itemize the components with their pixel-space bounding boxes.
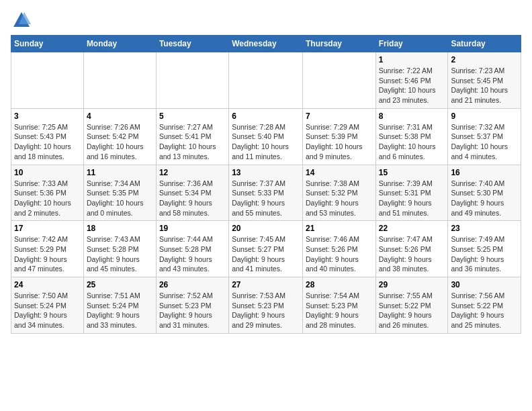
day-info: Sunrise: 7:46 AM Sunset: 5:26 PM Dayligh… xyxy=(306,234,373,274)
day-info: Sunrise: 7:47 AM Sunset: 5:26 PM Dayligh… xyxy=(379,234,445,274)
calendar-cell: 29Sunrise: 7:55 AM Sunset: 5:22 PM Dayli… xyxy=(375,277,448,334)
day-number: 15 xyxy=(379,168,445,177)
calendar-cell: 27Sunrise: 7:53 AM Sunset: 5:23 PM Dayli… xyxy=(229,277,303,334)
day-number: 5 xyxy=(159,111,226,121)
weekday-header: Tuesday xyxy=(156,36,228,52)
day-info: Sunrise: 7:49 AM Sunset: 5:25 PM Dayligh… xyxy=(451,234,518,274)
day-number: 27 xyxy=(232,280,300,289)
day-number: 7 xyxy=(306,111,373,121)
day-number: 26 xyxy=(159,280,226,289)
calendar-cell: 19Sunrise: 7:44 AM Sunset: 5:28 PM Dayli… xyxy=(156,221,228,277)
calendar-cell xyxy=(302,52,375,109)
calendar-week-row: 3Sunrise: 7:25 AM Sunset: 5:43 PM Daylig… xyxy=(11,108,521,165)
day-number: 11 xyxy=(87,168,153,177)
page-header xyxy=(11,11,521,30)
logo xyxy=(11,11,31,30)
day-number: 19 xyxy=(159,224,226,233)
day-info: Sunrise: 7:31 AM Sunset: 5:38 PM Dayligh… xyxy=(379,122,445,162)
calendar-cell: 5Sunrise: 7:27 AM Sunset: 5:41 PM Daylig… xyxy=(156,108,228,165)
day-number: 29 xyxy=(379,280,445,289)
day-info: Sunrise: 7:33 AM Sunset: 5:36 PM Dayligh… xyxy=(14,179,81,218)
calendar-cell: 7Sunrise: 7:29 AM Sunset: 5:39 PM Daylig… xyxy=(302,108,375,165)
day-number: 18 xyxy=(87,224,153,233)
calendar-cell: 1Sunrise: 7:22 AM Sunset: 5:46 PM Daylig… xyxy=(375,52,448,109)
day-number: 25 xyxy=(87,280,153,289)
calendar-table: SundayMondayTuesdayWednesdayThursdayFrid… xyxy=(11,35,521,334)
day-info: Sunrise: 7:44 AM Sunset: 5:28 PM Dayligh… xyxy=(159,234,226,274)
calendar-cell: 17Sunrise: 7:42 AM Sunset: 5:29 PM Dayli… xyxy=(11,221,84,277)
day-info: Sunrise: 7:45 AM Sunset: 5:27 PM Dayligh… xyxy=(232,234,300,274)
weekday-header: Sunday xyxy=(11,36,84,52)
day-number: 6 xyxy=(232,111,300,121)
weekday-header-row: SundayMondayTuesdayWednesdayThursdayFrid… xyxy=(11,36,521,52)
calendar-cell: 6Sunrise: 7:28 AM Sunset: 5:40 PM Daylig… xyxy=(229,108,303,165)
calendar-week-row: 10Sunrise: 7:33 AM Sunset: 5:36 PM Dayli… xyxy=(11,165,521,221)
calendar-cell xyxy=(11,52,84,109)
calendar-cell: 21Sunrise: 7:46 AM Sunset: 5:26 PM Dayli… xyxy=(302,221,375,277)
day-number: 16 xyxy=(451,168,518,177)
calendar-cell: 18Sunrise: 7:43 AM Sunset: 5:28 PM Dayli… xyxy=(83,221,156,277)
day-number: 24 xyxy=(14,280,81,289)
day-number: 9 xyxy=(451,111,518,121)
calendar-cell: 14Sunrise: 7:38 AM Sunset: 5:32 PM Dayli… xyxy=(302,165,375,221)
day-number: 2 xyxy=(451,55,518,64)
calendar-cell: 3Sunrise: 7:25 AM Sunset: 5:43 PM Daylig… xyxy=(11,108,84,165)
weekday-header: Monday xyxy=(83,36,156,52)
calendar-cell: 22Sunrise: 7:47 AM Sunset: 5:26 PM Dayli… xyxy=(375,221,448,277)
day-number: 14 xyxy=(306,168,373,177)
calendar-cell: 28Sunrise: 7:54 AM Sunset: 5:23 PM Dayli… xyxy=(302,277,375,334)
calendar-cell xyxy=(156,52,228,109)
day-number: 12 xyxy=(159,168,226,177)
day-number: 10 xyxy=(14,168,81,177)
day-info: Sunrise: 7:54 AM Sunset: 5:23 PM Dayligh… xyxy=(306,291,373,330)
day-number: 22 xyxy=(379,224,445,233)
day-info: Sunrise: 7:51 AM Sunset: 5:24 PM Dayligh… xyxy=(87,291,153,330)
calendar-cell xyxy=(229,52,303,109)
day-info: Sunrise: 7:28 AM Sunset: 5:40 PM Dayligh… xyxy=(232,122,300,162)
day-number: 20 xyxy=(232,224,300,233)
day-info: Sunrise: 7:52 AM Sunset: 5:23 PM Dayligh… xyxy=(159,291,226,330)
day-number: 28 xyxy=(306,280,373,289)
day-info: Sunrise: 7:42 AM Sunset: 5:29 PM Dayligh… xyxy=(14,234,81,274)
day-info: Sunrise: 7:34 AM Sunset: 5:35 PM Dayligh… xyxy=(87,179,153,218)
day-info: Sunrise: 7:38 AM Sunset: 5:32 PM Dayligh… xyxy=(306,179,373,218)
day-info: Sunrise: 7:39 AM Sunset: 5:31 PM Dayligh… xyxy=(379,179,445,218)
day-number: 17 xyxy=(14,224,81,233)
day-info: Sunrise: 7:40 AM Sunset: 5:30 PM Dayligh… xyxy=(451,179,518,218)
day-number: 21 xyxy=(306,224,373,233)
weekday-header: Friday xyxy=(375,36,448,52)
calendar-cell: 24Sunrise: 7:50 AM Sunset: 5:24 PM Dayli… xyxy=(11,277,84,334)
calendar-week-row: 17Sunrise: 7:42 AM Sunset: 5:29 PM Dayli… xyxy=(11,221,521,277)
calendar-cell: 30Sunrise: 7:56 AM Sunset: 5:22 PM Dayli… xyxy=(448,277,521,334)
calendar-cell: 20Sunrise: 7:45 AM Sunset: 5:27 PM Dayli… xyxy=(229,221,303,277)
weekday-header: Wednesday xyxy=(229,36,303,52)
calendar-week-row: 1Sunrise: 7:22 AM Sunset: 5:46 PM Daylig… xyxy=(11,52,521,109)
day-info: Sunrise: 7:37 AM Sunset: 5:33 PM Dayligh… xyxy=(232,179,300,218)
day-info: Sunrise: 7:50 AM Sunset: 5:24 PM Dayligh… xyxy=(14,291,81,330)
day-number: 13 xyxy=(232,168,300,177)
calendar-cell xyxy=(83,52,156,109)
calendar-cell: 13Sunrise: 7:37 AM Sunset: 5:33 PM Dayli… xyxy=(229,165,303,221)
day-info: Sunrise: 7:22 AM Sunset: 5:46 PM Dayligh… xyxy=(379,66,445,105)
day-number: 30 xyxy=(451,280,518,289)
calendar-week-row: 24Sunrise: 7:50 AM Sunset: 5:24 PM Dayli… xyxy=(11,277,521,334)
day-info: Sunrise: 7:32 AM Sunset: 5:37 PM Dayligh… xyxy=(451,122,518,162)
calendar-cell: 12Sunrise: 7:36 AM Sunset: 5:34 PM Dayli… xyxy=(156,165,228,221)
day-info: Sunrise: 7:23 AM Sunset: 5:45 PM Dayligh… xyxy=(451,66,518,105)
logo-icon xyxy=(12,11,31,30)
calendar-cell: 4Sunrise: 7:26 AM Sunset: 5:42 PM Daylig… xyxy=(83,108,156,165)
calendar-cell: 9Sunrise: 7:32 AM Sunset: 5:37 PM Daylig… xyxy=(448,108,521,165)
day-number: 4 xyxy=(87,111,153,121)
calendar-cell: 11Sunrise: 7:34 AM Sunset: 5:35 PM Dayli… xyxy=(83,165,156,221)
day-number: 1 xyxy=(379,55,445,64)
day-info: Sunrise: 7:29 AM Sunset: 5:39 PM Dayligh… xyxy=(306,122,373,162)
calendar-cell: 25Sunrise: 7:51 AM Sunset: 5:24 PM Dayli… xyxy=(83,277,156,334)
calendar-cell: 2Sunrise: 7:23 AM Sunset: 5:45 PM Daylig… xyxy=(448,52,521,109)
day-info: Sunrise: 7:53 AM Sunset: 5:23 PM Dayligh… xyxy=(232,291,300,330)
day-info: Sunrise: 7:55 AM Sunset: 5:22 PM Dayligh… xyxy=(379,291,445,330)
calendar-cell: 23Sunrise: 7:49 AM Sunset: 5:25 PM Dayli… xyxy=(448,221,521,277)
day-info: Sunrise: 7:27 AM Sunset: 5:41 PM Dayligh… xyxy=(159,122,226,162)
calendar-cell: 16Sunrise: 7:40 AM Sunset: 5:30 PM Dayli… xyxy=(448,165,521,221)
weekday-header: Thursday xyxy=(302,36,375,52)
day-info: Sunrise: 7:56 AM Sunset: 5:22 PM Dayligh… xyxy=(451,291,518,330)
